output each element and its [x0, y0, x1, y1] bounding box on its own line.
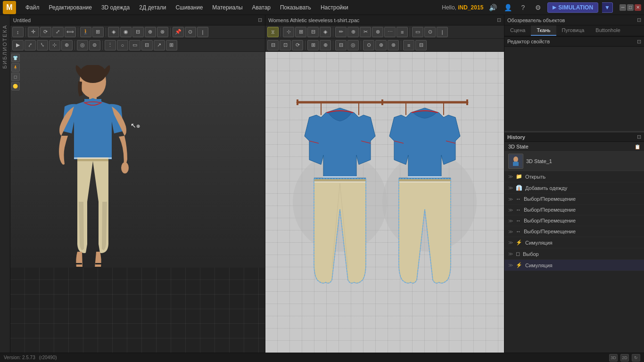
user-icon[interactable]: 👤 [502, 2, 513, 13]
tb-garment5[interactable]: ⊗ [157, 27, 168, 37]
state-item-1[interactable]: 3D State_1 [504, 152, 644, 171]
tb-garment3[interactable]: ⊟ [132, 27, 144, 37]
tb-rotate[interactable]: ⟳ [40, 27, 51, 37]
tb2-shape2[interactable]: ⊙ [424, 27, 436, 37]
minimize-button[interactable]: ─ [619, 4, 626, 11]
tb2-pen1[interactable]: ✏ [335, 27, 347, 37]
menu-2d-details[interactable]: 2Д детали [135, 2, 170, 13]
history-expand[interactable]: ⊡ [637, 134, 641, 140]
tb-view2[interactable]: ⊜ [89, 40, 100, 50]
menu-file[interactable]: Файл [22, 2, 43, 13]
tb-garment2[interactable]: ◉ [120, 27, 132, 37]
close-button[interactable]: ✕ [635, 4, 641, 11]
history-item-0[interactable]: ≫ 📁 Открыть [504, 171, 644, 182]
history-item-1[interactable]: ≫ 👔 Добавить одежду [504, 182, 644, 194]
left-panel-expand[interactable]: ⊡ [258, 17, 262, 23]
tb-sel2[interactable]: ⤤ [25, 40, 36, 50]
status-2d-btn[interactable]: 2D [620, 354, 629, 362]
tb2-sel4[interactable]: ◈ [320, 27, 331, 37]
tb-wire[interactable]: ⋮ [105, 40, 116, 50]
tab-scene[interactable]: Сцена [504, 25, 531, 36]
help-icon[interactable]: ? [517, 2, 528, 13]
tb-view1[interactable]: ◎ [77, 40, 88, 50]
tb-sel3[interactable]: ⤥ [37, 40, 48, 50]
tb2-pen6[interactable]: ≡ [396, 27, 408, 37]
tb2b-1[interactable]: ⊟ [267, 40, 279, 50]
menu-avatar[interactable]: Аватар [248, 2, 274, 13]
history-item-4[interactable]: ≫ ↔ Выбор/Перемещение [504, 215, 644, 226]
tb2b-6[interactable]: ⊟ [335, 40, 347, 50]
tb2-pen2[interactable]: ⊕ [347, 27, 359, 37]
tb2b-5[interactable]: ⊕ [320, 40, 331, 50]
tb-weld[interactable]: ⊞ [166, 40, 177, 50]
tb2b-8[interactable]: ⊙ [363, 40, 374, 50]
tb-seam[interactable]: ⊟ [141, 40, 153, 50]
state-add-icon[interactable]: 📋 [635, 144, 640, 149]
tb-smooth[interactable]: ○ [117, 40, 128, 50]
tb-fold[interactable]: | [197, 27, 208, 37]
tb-flat[interactable]: ▭ [129, 40, 140, 50]
thumb-shirt[interactable]: 👕 [11, 54, 20, 62]
maximize-button[interactable]: □ [627, 4, 634, 11]
tb2-pen5[interactable]: ⋯ [384, 27, 396, 37]
tb2b-11[interactable]: ≡ [403, 40, 414, 50]
right-panel-expand[interactable]: ⊡ [497, 17, 501, 23]
viewport-3d[interactable]: 👕 🧍 ◻ 🟡 [10, 52, 265, 353]
menu-3d-clothes[interactable]: 3D одежда [98, 2, 133, 13]
menu-edit[interactable]: Редактирование [45, 2, 96, 13]
tb-play[interactable]: ▶ [12, 40, 24, 50]
tb2b-7[interactable]: ◎ [347, 40, 359, 50]
simulation-button[interactable]: ▶ SIMULATION [547, 2, 598, 13]
tab-button[interactable]: Пуговица [556, 25, 590, 36]
tb-sel4[interactable]: ⊹ [49, 40, 60, 50]
tb-size[interactable]: ⟺ [65, 27, 76, 37]
history-item-5[interactable]: ≫ ↔ Выбор/Перемещение [504, 226, 644, 237]
tb2-pen4[interactable]: ⊗ [372, 27, 383, 37]
props-expand[interactable]: ⊡ [637, 39, 641, 45]
pattern-area[interactable] [265, 52, 504, 353]
tab-buttonhole[interactable]: Buttonhole [590, 25, 626, 36]
tb-arrow[interactable]: ↗ [154, 40, 165, 50]
menu-materials[interactable]: Материалы [208, 2, 246, 13]
status-refresh-btn[interactable]: ↻ [632, 354, 640, 362]
tab-fabric[interactable]: Ткань [531, 25, 556, 36]
tb2b-9[interactable]: ⊕ [375, 40, 387, 50]
tb-pin[interactable]: 📌 [173, 27, 184, 37]
tb-garment1[interactable]: ◈ [108, 27, 119, 37]
menu-sewing[interactable]: Сшивание [172, 2, 206, 13]
menu-show[interactable]: Показывать [276, 2, 315, 13]
status-3d-btn[interactable]: 3D [609, 354, 618, 362]
history-item-7[interactable]: ≫ ◻ Выбор [504, 248, 644, 260]
history-item-6[interactable]: ≫ ⚡ Симуляция [504, 237, 644, 248]
history-item-3[interactable]: ≫ ↔ Выбор/Перемещение [504, 205, 644, 215]
tb2-shape1[interactable]: ▭ [412, 27, 423, 37]
tb2b-2[interactable]: ⊡ [280, 40, 291, 50]
thumb-skin[interactable]: 🟡 [11, 82, 20, 90]
tb2b-10[interactable]: ⊗ [388, 40, 399, 50]
tb-move[interactable]: ✛ [28, 27, 39, 37]
tb2-sel3[interactable]: ⊟ [307, 27, 319, 37]
history-item-8[interactable]: ≫ ⚡ Симуляция [504, 260, 644, 271]
tb-select[interactable]: ↕ [12, 27, 24, 37]
tb-pose[interactable]: ⊞ [92, 27, 104, 37]
tb-scale[interactable]: ⤢ [52, 27, 64, 37]
settings-icon[interactable]: ⚙ [532, 2, 544, 13]
tb2-pen3[interactable]: ✂ [360, 27, 371, 37]
simulation-expand[interactable]: ▼ [602, 2, 613, 13]
tb-sel5[interactable]: ⊕ [61, 40, 73, 50]
tb2b-12[interactable]: ⊟ [415, 40, 427, 50]
tb-avatar[interactable]: 🚶 [80, 27, 91, 37]
tb2b-4[interactable]: ⊞ [307, 40, 319, 50]
sound-icon[interactable]: 🔊 [487, 2, 498, 13]
history-item-2[interactable]: ≫ ↔ Выбор/Перемещение [504, 194, 644, 205]
menu-settings[interactable]: Настройки [317, 2, 352, 13]
tb2b-3[interactable]: ⟳ [292, 40, 303, 50]
obj-browser-expand[interactable]: ⊡ [637, 17, 641, 23]
tb-pin2[interactable]: ⊙ [185, 27, 196, 37]
tb2-sel2[interactable]: ⊞ [295, 27, 306, 37]
tb2-shape3[interactable]: | [437, 27, 448, 37]
thumb-person[interactable]: 🧍 [11, 63, 20, 72]
tb2-arrow[interactable]: ⧖ [267, 27, 279, 37]
thumb-fabric[interactable]: ◻ [11, 73, 20, 81]
tb-garment4[interactable]: ⊕ [145, 27, 156, 37]
